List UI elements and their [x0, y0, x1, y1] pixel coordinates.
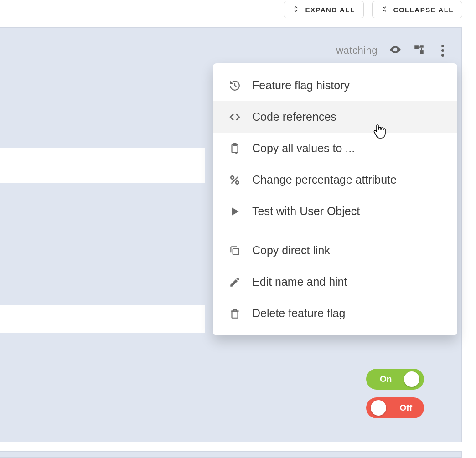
toggle-off[interactable]: Off — [366, 397, 424, 418]
copy-link-icon — [228, 244, 241, 257]
menu-separator — [213, 231, 457, 231]
trash-icon — [228, 307, 241, 320]
menu-item-copy-values[interactable]: Copy all values to ... — [213, 133, 457, 164]
menu-item-test-user[interactable]: Test with User Object — [213, 196, 457, 227]
expand-all-label: EXPAND ALL — [305, 6, 355, 14]
eye-icon[interactable] — [389, 44, 401, 57]
hierarchy-icon[interactable] — [413, 44, 425, 57]
svg-rect-9 — [233, 248, 239, 254]
menu-item-copy-link[interactable]: Copy direct link — [213, 235, 457, 266]
menu-item-label: Feature flag history — [252, 79, 350, 92]
menu-item-label: Code references — [252, 110, 336, 124]
svg-rect-0 — [414, 45, 419, 49]
expand-icon — [292, 5, 300, 14]
svg-line-5 — [231, 176, 238, 183]
more-menu-button[interactable] — [437, 42, 449, 59]
flag-actions-menu: Feature flag history Code references Cop… — [213, 63, 457, 335]
menu-item-history[interactable]: Feature flag history — [213, 70, 457, 101]
menu-item-label: Copy direct link — [252, 244, 330, 257]
menu-item-label: Copy all values to ... — [252, 142, 355, 155]
panel-strip — [0, 451, 462, 458]
menu-item-label: Change percentage attribute — [252, 173, 397, 186]
menu-item-code-references[interactable]: Code references — [213, 101, 457, 133]
collapse-all-button[interactable]: COLLAPSE ALL — [372, 1, 462, 18]
row-strip — [0, 148, 205, 183]
svg-marker-8 — [232, 207, 239, 215]
menu-item-edit-name[interactable]: Edit name and hint — [213, 266, 457, 298]
row-strip — [0, 305, 205, 333]
menu-item-label: Test with User Object — [252, 205, 360, 218]
expand-all-button[interactable]: EXPAND ALL — [284, 1, 363, 18]
menu-item-label: Edit name and hint — [252, 275, 347, 288]
percent-icon — [228, 174, 241, 186]
svg-rect-2 — [420, 50, 424, 54]
menu-item-change-percentage[interactable]: Change percentage attribute — [213, 164, 457, 196]
menu-item-label: Delete feature flag — [252, 307, 345, 320]
toggle-off-label: Off — [400, 403, 412, 413]
svg-point-7 — [236, 181, 239, 184]
toggle-on[interactable]: On — [366, 369, 424, 390]
menu-item-delete-flag[interactable]: Delete feature flag — [213, 298, 457, 329]
toggle-knob — [371, 400, 386, 416]
svg-rect-1 — [420, 45, 424, 47]
collapse-all-label: COLLAPSE ALL — [393, 6, 454, 14]
svg-rect-10 — [232, 311, 238, 318]
toggle-on-label: On — [380, 374, 392, 384]
svg-point-6 — [231, 176, 233, 179]
code-icon — [228, 111, 241, 124]
clipboard-icon — [228, 142, 241, 155]
history-icon — [228, 79, 241, 92]
collapse-icon — [381, 5, 388, 14]
play-icon — [228, 205, 241, 218]
watching-label: watching — [336, 45, 378, 57]
pencil-icon — [228, 276, 241, 288]
toggle-knob — [404, 371, 419, 387]
